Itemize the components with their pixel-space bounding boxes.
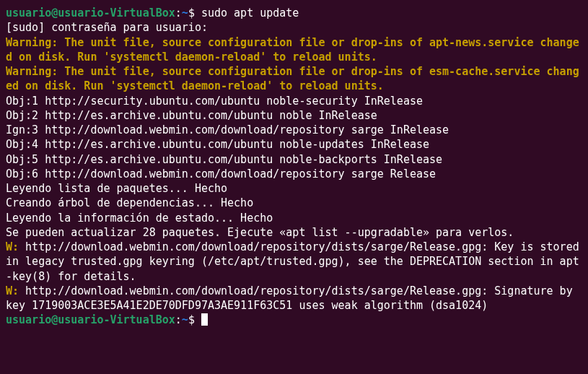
warning-text: http://download.webmin.com/download/repo… <box>6 284 579 312</box>
colon: : <box>175 313 182 326</box>
prompt-line-2[interactable]: usuario@usuario-VirtualBox:~$ <box>6 313 582 327</box>
warning-prefix: W: <box>6 240 25 253</box>
colon: : <box>175 6 182 19</box>
prompt-line-1: usuario@usuario-VirtualBox:~$ sudo apt u… <box>6 6 582 20</box>
repo-line: Obj:6 http://download.webmin.com/downloa… <box>6 167 582 181</box>
warning-text: http://download.webmin.com/download/repo… <box>6 240 586 283</box>
sudo-password-prompt: [sudo] contraseña para usuario: <box>6 20 582 35</box>
repo-line: Obj:2 http://es.archive.ubuntu.com/ubunt… <box>6 108 582 123</box>
warning-prefix: W: <box>6 284 25 297</box>
terminal-output[interactable]: usuario@usuario-VirtualBox:~$ sudo apt u… <box>6 6 582 328</box>
repo-line: Ign:3 http://download.webmin.com/downloa… <box>6 123 582 137</box>
building-dependency-tree: Creando árbol de dependencias... Hecho <box>6 196 582 210</box>
warning-apt-news: Warning: The unit file, source configura… <box>6 35 582 65</box>
repo-line: Obj:4 http://es.archive.ubuntu.com/ubunt… <box>6 137 582 152</box>
typed-command: sudo apt update <box>201 6 299 19</box>
user-host: usuario@usuario-VirtualBox <box>6 313 175 326</box>
cwd-path: ~ <box>182 313 188 326</box>
reading-state-info: Leyendo la información de estado... Hech… <box>6 211 582 225</box>
repo-line: Obj:1 http://security.ubuntu.com/ubuntu … <box>6 94 582 108</box>
prompt-dollar: $ <box>188 6 201 19</box>
apt-warning-weak-algorithm: W: http://download.webmin.com/download/r… <box>6 284 582 313</box>
user-host: usuario@usuario-VirtualBox <box>6 6 175 19</box>
repo-line: Obj:5 http://es.archive.ubuntu.com/ubunt… <box>6 152 582 167</box>
cwd-path: ~ <box>182 6 188 19</box>
apt-warning-legacy-key: W: http://download.webmin.com/download/r… <box>6 240 582 284</box>
prompt-dollar: $ <box>188 313 201 326</box>
reading-packages: Leyendo lista de paquetes... Hecho <box>6 181 582 196</box>
warning-esm-cache: Warning: The unit file, source configura… <box>6 64 582 94</box>
cursor <box>201 313 208 326</box>
upgradable-summary: Se pueden actualizar 28 paquetes. Ejecut… <box>6 225 582 240</box>
